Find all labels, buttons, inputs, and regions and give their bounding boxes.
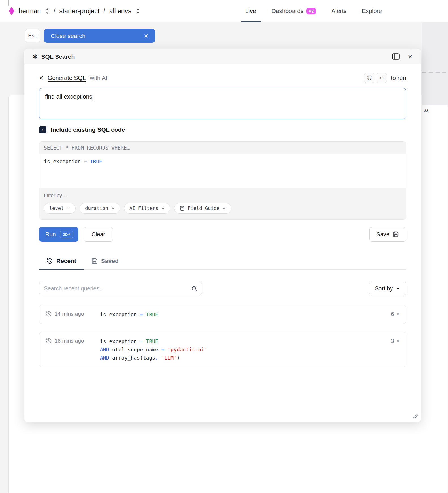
history-icon [47, 258, 53, 264]
breadcrumb: herman / starter-project / all envs [8, 0, 140, 22]
save-floppy-icon [393, 231, 399, 237]
nav-tab-dashboards[interactable]: Dashboards V2 [272, 0, 316, 22]
query-run-count: 6 [391, 311, 394, 317]
generate-sql-row: ✕ Generate SQL with AI ⌘ ↵ to run [39, 73, 406, 83]
dock-panel-icon[interactable] [392, 53, 400, 60]
generate-sql-suffix: with AI [90, 75, 107, 81]
remove-query-icon[interactable]: × [396, 311, 400, 317]
esc-key-hint: Esc [25, 29, 40, 42]
recent-query-row[interactable]: 14 mins ago is_exception = TRUE 6 × [39, 305, 406, 324]
logfire-logo-icon [8, 7, 15, 15]
code-token: = [140, 338, 146, 344]
generate-sql-link[interactable]: Generate SQL [48, 75, 86, 81]
tab-recent[interactable]: Recent [39, 258, 84, 269]
recent-query-list: 14 mins ago is_exception = TRUE 6 × 16 m… [39, 305, 406, 367]
code-token: TRUE [90, 158, 102, 164]
code-line: is_exception = TRUE [100, 310, 391, 318]
resize-handle[interactable] [413, 413, 418, 420]
run-kbd-hint: ⌘↵ [60, 231, 74, 238]
ai-prompt-value: find all exceptions [45, 93, 92, 100]
sparkle-icon: ✱ [33, 53, 38, 60]
run-button[interactable]: Run ⌘↵ [39, 227, 78, 242]
dialog-header[interactable]: ✱ SQL Search ✕ [24, 49, 421, 64]
code-token: AND [100, 347, 112, 352]
v2-badge: V2 [306, 8, 316, 14]
chevron-up-down-icon[interactable] [45, 8, 50, 14]
code-token: 'pydantic-ai' [167, 347, 207, 352]
sql-search-dialog: ✱ SQL Search ✕ ✕ Generate SQL with AI ⌘ … [24, 49, 421, 422]
search-icon [191, 286, 197, 292]
breadcrumb-org[interactable]: herman [19, 7, 41, 15]
chevron-down-icon [67, 207, 70, 210]
history-icon [46, 338, 52, 344]
background-timeline-panel [422, 22, 448, 105]
sort-by-button[interactable]: Sort by [369, 282, 406, 295]
recent-search-input[interactable] [44, 285, 191, 292]
nav-tabs: Live Dashboards V2 Alerts Explore [245, 0, 382, 22]
include-sql-checkbox[interactable]: ✓ [39, 126, 46, 133]
sql-editor-footer: Filter by… level duration AI Filters [39, 188, 406, 219]
save-floppy-icon [91, 258, 98, 264]
filter-chip-duration[interactable]: duration [80, 203, 120, 214]
actions-row: Run ⌘↵ Clear Save [39, 227, 406, 242]
code-line: is_exception = TRUE [44, 157, 401, 165]
code-token: TRUE [146, 311, 158, 317]
query-timestamp: 16 mins ago [55, 338, 84, 344]
code-token: is_exception [100, 338, 140, 344]
filter-chip-ai-filters[interactable]: AI Filters [124, 203, 170, 214]
database-icon [180, 206, 185, 211]
history-icon [46, 311, 52, 317]
code-token: ) [177, 355, 180, 361]
code-token: otel_scope_name [112, 347, 161, 352]
dialog-close-icon[interactable]: ✕ [408, 53, 413, 60]
nav-tab-live[interactable]: Live [245, 0, 256, 22]
query-run-count: 3 [391, 338, 394, 344]
breadcrumb-separator: / [103, 7, 105, 15]
remove-query-icon[interactable]: × [396, 338, 400, 344]
recent-query-row[interactable]: 16 mins ago is_exception = TRUEAND otel_… [39, 332, 406, 367]
chevron-up-down-icon[interactable] [136, 8, 140, 14]
dashed-gridline [422, 72, 448, 73]
save-button[interactable]: Save [369, 227, 406, 242]
filter-chips: level duration AI Filters [44, 203, 401, 214]
include-sql-row: ✓ Include existing SQL code [39, 126, 406, 133]
code-token: TRUE [146, 338, 158, 344]
breadcrumb-project[interactable]: starter-project [59, 7, 99, 15]
code-token: AND [100, 355, 112, 361]
text-caret [93, 93, 93, 100]
breadcrumb-separator: / [54, 7, 55, 15]
history-tabs: Recent Saved [39, 258, 406, 270]
chevron-down-icon [396, 286, 400, 291]
close-search-label: Close search [51, 33, 86, 39]
recent-search-row: Sort by [39, 282, 406, 295]
code-token: is_exception = [44, 158, 90, 164]
code-token: = [161, 347, 168, 352]
recent-search-field[interactable] [39, 282, 202, 295]
close-search-button[interactable]: Close search ✕ [44, 29, 155, 43]
close-icon: ✕ [144, 33, 148, 39]
code-token: is_exception [100, 311, 140, 317]
include-sql-label: Include existing SQL code [51, 126, 125, 133]
dialog-title: ✱ SQL Search [33, 53, 75, 60]
breadcrumb-env[interactable]: all envs [109, 7, 131, 15]
clear-button[interactable]: Clear [84, 227, 113, 242]
nav-tab-explore[interactable]: Explore [362, 0, 382, 22]
chevron-down-icon [222, 207, 226, 210]
code-token: array_has(tags [112, 355, 155, 361]
dismiss-ai-icon[interactable]: ✕ [39, 75, 44, 81]
query-sql: is_exception = TRUE [100, 310, 391, 318]
background-partial-text: w. [424, 107, 429, 114]
sql-editor-placeholder: SELECT * FROM RECORDS WHERE… [39, 142, 406, 154]
nav-tab-alerts[interactable]: Alerts [331, 0, 347, 22]
filter-chip-level[interactable]: level [44, 203, 76, 214]
code-token: , [155, 355, 161, 361]
chevron-down-icon [161, 207, 165, 210]
cmd-key-hint: ⌘ [364, 73, 374, 83]
filter-chip-field-guide[interactable]: Field Guide [174, 203, 231, 214]
code-token: 'LLM' [161, 355, 177, 361]
query-sql: is_exception = TRUEAND otel_scope_name =… [100, 337, 391, 362]
tab-saved[interactable]: Saved [84, 258, 126, 269]
sql-editor-code[interactable]: is_exception = TRUE [39, 154, 406, 188]
ai-prompt-input[interactable]: find all exceptions [39, 88, 406, 119]
code-line: is_exception = TRUE [100, 337, 391, 345]
